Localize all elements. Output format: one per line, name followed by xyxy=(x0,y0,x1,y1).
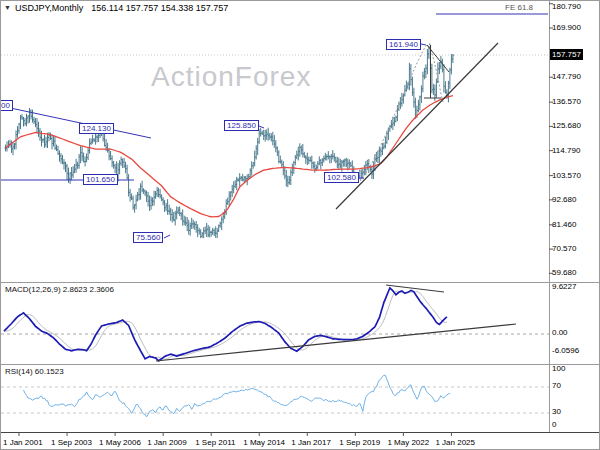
price-axis-label: 147.790 xyxy=(552,72,581,81)
trendline[interactable] xyxy=(421,44,426,45)
trendline[interactable] xyxy=(164,235,170,238)
price-axis-label: 70.570 xyxy=(552,244,576,253)
rsi-axis-label: 70 xyxy=(552,381,561,390)
price-callout[interactable]: 161.940 xyxy=(386,39,421,50)
time-axis-label: 1 Jan 2009 xyxy=(147,438,187,447)
price-axis-label: 59.680 xyxy=(552,268,576,277)
price-axis-label: 136.570 xyxy=(552,97,581,106)
time-axis-label: 1 May 2014 xyxy=(243,438,285,447)
price-callout[interactable]: 102.580 xyxy=(324,172,359,183)
macd-trendline[interactable] xyxy=(156,324,516,361)
time-axis-label: 1 May 2022 xyxy=(387,438,429,447)
price-callout[interactable]: 124.130 xyxy=(79,123,114,134)
macd-axis-label: 0.00 xyxy=(552,328,568,337)
price-axis-label: 103.570 xyxy=(552,171,581,180)
macd-indicator-label: MACD(12,26,9) 2.8623 2.3606 xyxy=(5,285,114,294)
time-axis-label: 1 Jan 2017 xyxy=(291,438,331,447)
chart-window: ActionForex ▼USDJPY,Monthly156.114 157.7… xyxy=(0,0,600,450)
price-callout[interactable]: 125.850 xyxy=(224,120,259,131)
price-callout[interactable]: 101.650 xyxy=(83,174,118,185)
macd-axis-label: -6.0596 xyxy=(552,346,579,355)
chart-canvas[interactable] xyxy=(1,1,600,450)
time-axis-label: 1 May 2006 xyxy=(99,438,141,447)
price-axis-label: 81.460 xyxy=(552,220,576,229)
time-axis-label: 1 Jan 2025 xyxy=(435,438,475,447)
macd-axis-label: 9.6227 xyxy=(552,282,576,291)
trendline[interactable] xyxy=(336,43,498,209)
ohlc-values: 156.114 157.757 154.338 157.757 xyxy=(91,3,228,13)
price-callout[interactable]: 00 xyxy=(0,100,13,111)
chart-title-bar: ▼USDJPY,Monthly156.114 157.757 154.338 1… xyxy=(4,3,228,13)
symbol-period-label: USDJPY,Monthly xyxy=(15,3,83,13)
price-axis-label: 92.680 xyxy=(552,195,576,204)
fibonacci-extension-label: FE 61.8 xyxy=(505,3,533,12)
rsi-indicator-label: RSI(14) 60.1523 xyxy=(5,367,64,376)
time-axis-label: 1 Sep 2003 xyxy=(51,438,92,447)
price-axis-label: 169.900 xyxy=(552,23,581,32)
trendline[interactable] xyxy=(259,126,264,128)
rsi-axis-label: 30 xyxy=(552,407,561,416)
price-bars xyxy=(6,46,453,239)
price-axis-label: 125.680 xyxy=(552,121,581,130)
chevron-down-icon[interactable]: ▼ xyxy=(4,4,11,11)
rsi-axis-label: 0 xyxy=(552,420,556,429)
current-price-tag: 157.757 xyxy=(550,49,583,60)
rsi-axis-label: 100 xyxy=(552,364,565,373)
time-axis-label: 1 Jan 2001 xyxy=(3,438,43,447)
price-axis-label: 114.790 xyxy=(552,146,580,155)
macd-trendline[interactable] xyxy=(386,285,444,292)
rsi-line xyxy=(24,375,450,417)
price-callout[interactable]: 75.560 xyxy=(133,232,163,243)
macd-signal-line xyxy=(4,291,447,359)
macd-main-line xyxy=(4,288,447,361)
time-axis-label: 1 Sep 2011 xyxy=(195,438,235,447)
price-axis-label: 180.790 xyxy=(552,2,581,11)
time-axis-label: 1 Sep 2019 xyxy=(339,438,380,447)
